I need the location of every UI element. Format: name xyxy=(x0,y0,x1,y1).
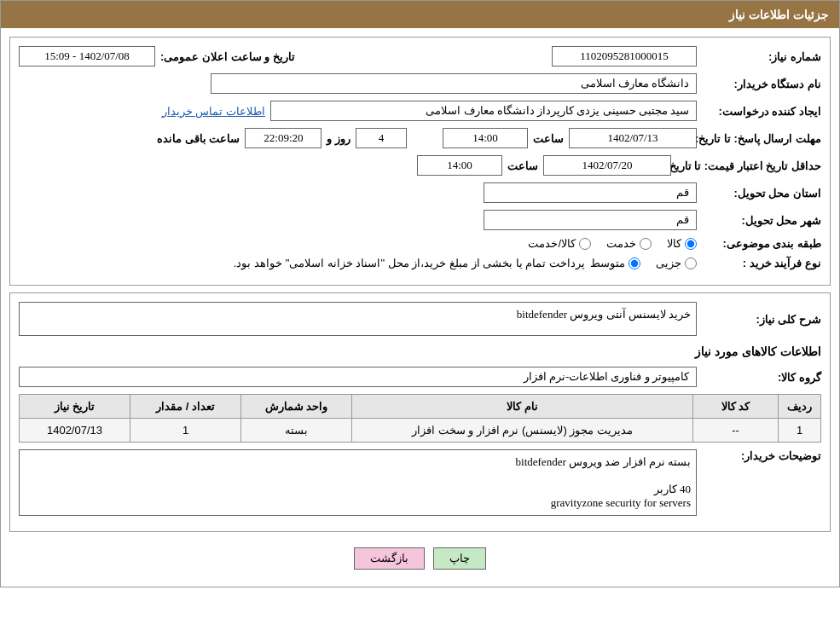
creator-label: ایجاد کننده درخواست: xyxy=(702,105,821,118)
buyer-org-label: نام دستگاه خریدار: xyxy=(702,78,821,90)
info-section: شماره نیاز: 1102095281000015 تاریخ و ساع… xyxy=(9,37,831,286)
reply-date: 1402/07/13 xyxy=(569,128,697,148)
print-button[interactable]: چاپ xyxy=(433,547,486,570)
page-title: جزئیات اطلاعات نیاز xyxy=(1,1,839,28)
cell-unit: بسته xyxy=(241,419,352,443)
radio-both-label: کالا/خدمت xyxy=(528,237,576,250)
cell-qty: 1 xyxy=(130,419,241,443)
radio-both-input[interactable] xyxy=(579,238,591,250)
reply-time: 14:00 xyxy=(443,128,528,148)
radio-service-label: خدمت xyxy=(606,237,636,250)
radio-partial[interactable]: جزیی xyxy=(656,257,697,269)
need-desc: خرید لایسنس آنتی ویروس bitdefender xyxy=(19,302,697,336)
cell-name: مدیریت مجوز (لایسنس) نرم افزار و سخت افز… xyxy=(352,419,693,443)
remaining-time: 22:09:20 xyxy=(245,128,322,148)
back-button[interactable]: بازگشت xyxy=(354,547,425,570)
items-table: ردیف کد کالا نام کالا واحد شمارش تعداد /… xyxy=(19,394,821,443)
th-name: نام کالا xyxy=(352,395,693,419)
th-date: تاریخ نیاز xyxy=(20,395,130,419)
creator: سید مجتبی حسینی یزدی کارپرداز دانشگاه مع… xyxy=(270,101,697,121)
buyer-desc: بسته نرم افزار ضد ویروس bitdefender 40 ک… xyxy=(19,449,697,516)
buy-note: پرداخت تمام یا بخشی از مبلغ خرید،از محل … xyxy=(234,257,585,269)
need-section: شرح کلی نیاز: خرید لایسنس آنتی ویروس bit… xyxy=(9,292,831,532)
announce-label: تاریخ و ساعت اعلان عمومی: xyxy=(160,50,295,63)
time-label-1: ساعت xyxy=(533,132,564,145)
radio-both[interactable]: کالا/خدمت xyxy=(528,237,591,250)
city-label: شهر محل تحویل: xyxy=(702,214,821,227)
radio-goods-label: کالا xyxy=(667,237,681,250)
radio-medium[interactable]: متوسط xyxy=(590,257,640,269)
request-no: 1102095281000015 xyxy=(552,46,697,67)
radio-service-input[interactable] xyxy=(640,238,652,250)
remaining-days: 4 xyxy=(356,128,407,148)
cell-date: 1402/07/13 xyxy=(20,419,130,443)
button-row: چاپ بازگشت xyxy=(9,539,831,578)
cell-row: 1 xyxy=(779,419,821,443)
radio-goods[interactable]: کالا xyxy=(667,237,697,250)
announce-value: 1402/07/08 - 15:09 xyxy=(19,46,155,67)
contact-link[interactable]: اطلاعات تماس خریدار xyxy=(162,105,265,118)
th-unit: واحد شمارش xyxy=(241,395,352,419)
th-row: ردیف xyxy=(779,395,821,419)
days-label: روز و xyxy=(327,132,350,145)
radio-partial-label: جزیی xyxy=(656,257,681,269)
request-no-label: شماره نیاز: xyxy=(702,50,821,63)
price-time: 14:00 xyxy=(417,155,502,176)
radio-medium-label: متوسط xyxy=(590,257,625,269)
remaining-label: ساعت باقی مانده xyxy=(157,132,240,145)
items-title: اطلاعات کالاهای مورد نیاز xyxy=(19,344,821,358)
radio-goods-input[interactable] xyxy=(685,238,697,250)
buyer-org: دانشگاه معارف اسلامی xyxy=(211,73,697,94)
reply-deadline-label: مهلت ارسال پاسخ: تا تاریخ: xyxy=(702,132,821,145)
group-label: گروه کالا: xyxy=(702,371,821,384)
radio-service[interactable]: خدمت xyxy=(606,237,652,250)
buy-type-label: نوع فرآیند خرید : xyxy=(702,257,821,269)
radio-partial-input[interactable] xyxy=(685,258,697,269)
city: قم xyxy=(484,210,697,230)
table-row: 1 -- مدیریت مجوز (لایسنس) نرم افزار و سخ… xyxy=(20,419,821,443)
group: کامپیوتر و فناوری اطلاعات-نرم افزار xyxy=(19,367,697,387)
th-qty: تعداد / مقدار xyxy=(130,395,241,419)
need-desc-label: شرح کلی نیاز: xyxy=(702,313,821,326)
radio-medium-input[interactable] xyxy=(629,258,640,269)
category-label: طبقه بندی موضوعی: xyxy=(702,237,821,250)
province: قم xyxy=(484,182,697,203)
th-code: کد کالا xyxy=(693,395,779,419)
price-date: 1402/07/20 xyxy=(543,155,671,176)
buyer-desc-label: توضیحات خریدار: xyxy=(702,449,821,462)
time-label-2: ساعت xyxy=(507,159,538,172)
province-label: استان محل تحویل: xyxy=(702,187,821,200)
table-header-row: ردیف کد کالا نام کالا واحد شمارش تعداد /… xyxy=(20,395,821,419)
cell-code: -- xyxy=(693,419,779,443)
price-validity-label: حداقل تاریخ اعتبار قیمت: تا تاریخ: xyxy=(676,159,821,172)
